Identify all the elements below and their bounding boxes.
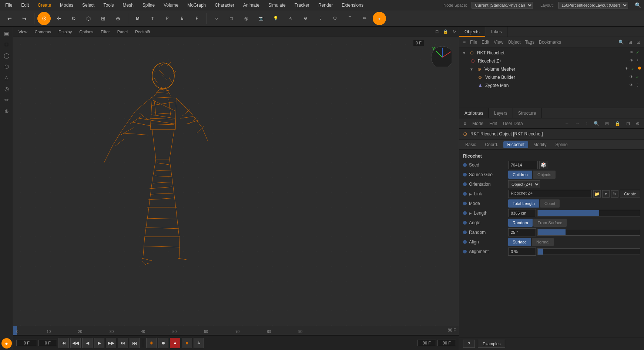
vp-display-btn[interactable]: Display [56, 29, 74, 35]
tab-attributes[interactable]: Attributes [459, 108, 489, 118]
vp-filter-btn[interactable]: Filter [98, 29, 112, 35]
attr-hamburger-btn[interactable]: ≡ [462, 120, 469, 127]
stop-button[interactable]: ■ [182, 338, 192, 348]
vp-view-btn[interactable]: View [16, 29, 30, 35]
go-to-end-button[interactable]: ⏭ [130, 338, 140, 348]
play-button[interactable]: ▶ [94, 338, 104, 348]
obj-volume-builder[interactable]: ⊗ Volume Builder 👁 ✓ [459, 73, 644, 81]
link-file-btn[interactable]: 📁 [593, 190, 601, 198]
link-expand-arrow[interactable]: ▶ [469, 192, 472, 196]
length-progress-bar[interactable] [537, 210, 640, 216]
poly-mode-button[interactable]: F [190, 12, 204, 25]
cloner-button[interactable]: ⋮ [313, 12, 327, 25]
random-input[interactable] [508, 228, 536, 236]
sidebar-pen-icon[interactable]: ✏ [1, 95, 12, 105]
menu-item-modes[interactable]: Modes [58, 2, 76, 9]
scale-button[interactable]: ⬡ [82, 12, 95, 25]
record-button[interactable]: ● [170, 338, 180, 348]
attr-lock-btn[interactable]: 🔒 [613, 120, 623, 127]
menu-item-tracker[interactable]: Tracker [292, 2, 312, 9]
live-selection-button[interactable]: ⊙ [37, 12, 51, 25]
attr-forward-btn[interactable]: → [573, 120, 582, 127]
source-geo-objects-btn[interactable]: Objects [533, 171, 556, 179]
orientation-select[interactable]: Object (Z+) [508, 180, 540, 188]
attr-back-btn[interactable]: ← [563, 120, 571, 127]
viewport-3d[interactable]: X Y x 0 F [13, 37, 459, 326]
vp-maximize-icon[interactable]: ⊡ [435, 29, 439, 34]
vis-eye-icon-4[interactable]: 👁 [630, 83, 635, 88]
vis-dots-icon-1[interactable]: ⋮ [636, 58, 641, 64]
step-back-button[interactable]: ◀◀ [70, 338, 81, 348]
layout-select[interactable]: 150PercentRecordLayout (User) [558, 2, 628, 9]
texture-mode-button[interactable]: T [146, 12, 159, 25]
obj-expand-btn[interactable]: ⊡ [635, 39, 642, 46]
attr-expand-btn[interactable]: ⊡ [624, 120, 632, 127]
go-to-start-button[interactable]: ⏮ [58, 338, 69, 348]
spline-button[interactable]: ⌒ [343, 12, 356, 25]
attr-filter-btn[interactable]: ⊞ [603, 120, 611, 127]
menu-item-select[interactable]: Select [80, 2, 97, 9]
bend-button[interactable]: ∿ [284, 12, 297, 25]
obj-edit-btn[interactable]: Edit [480, 39, 491, 46]
menu-item-spline[interactable]: Spline [140, 2, 157, 9]
attr-edit-btn[interactable]: Edit [487, 120, 499, 127]
vis-check-icon-0[interactable]: ✓ [636, 50, 641, 55]
random-progress-bar[interactable] [537, 229, 640, 236]
point-mode-button[interactable]: P [161, 12, 174, 25]
vp-lock-icon[interactable]: 🔒 [443, 29, 448, 34]
redo-button[interactable]: ↪ [18, 12, 31, 25]
tab-layers[interactable]: Layers [489, 108, 513, 118]
null-button[interactable]: ○ [210, 12, 223, 25]
sidebar-sphere-icon[interactable]: ◯ [1, 50, 12, 61]
sidebar-active-icon[interactable]: ● [1, 338, 12, 349]
menu-item-render[interactable]: Render [316, 2, 335, 9]
step-forward-button[interactable]: ⏭ [118, 338, 128, 348]
axis-mod-button[interactable]: ⊕ [111, 12, 125, 25]
length-input[interactable] [508, 209, 536, 217]
prev-frame-button[interactable]: ◀ [82, 338, 93, 348]
vp-refresh-icon[interactable]: ↻ [453, 29, 456, 34]
subtab-spline[interactable]: Spline [551, 141, 571, 148]
angle-from-surface-btn[interactable]: From Surface [533, 219, 567, 227]
menu-item-simulate[interactable]: Simulate [266, 2, 288, 9]
sphere-button[interactable]: ◎ [239, 12, 253, 25]
attr-search-btn[interactable]: 🔍 [591, 120, 601, 127]
cube-button[interactable]: □ [225, 12, 238, 25]
attr-new-btn[interactable]: ⊕ [634, 120, 642, 127]
obj-object-btn[interactable]: Object [506, 39, 522, 46]
autokey-button[interactable]: ⏺ [158, 338, 168, 348]
mode-total-length-btn[interactable]: Total Length [508, 199, 539, 208]
obj-file-btn[interactable]: File [469, 39, 479, 46]
paint-button[interactable]: ✏ [358, 12, 371, 25]
menu-item-mesh[interactable]: Mesh [120, 2, 135, 9]
obj-volume-mesher[interactable]: ▼ ⊕ Volume Mesher 👁 ✓ [459, 65, 644, 73]
vp-panel-btn[interactable]: Panel [115, 29, 130, 35]
expand-arrow-1[interactable]: ▼ [462, 51, 466, 55]
obj-zygote-man[interactable]: ♟ Zygote Man 👁 ⋮ [459, 81, 644, 90]
sidebar-cube-icon[interactable]: □ [1, 39, 12, 50]
obj-rkt-ricochet[interactable]: ▼ ⊙ RKT Ricochet 👁 ✓ [459, 49, 644, 57]
link-clear-btn[interactable]: ↻ [611, 190, 618, 198]
vis-eye-icon-2[interactable]: 👁 [625, 67, 630, 72]
sidebar-cylinder-icon[interactable]: ⬡ [1, 61, 12, 72]
search-icon[interactable]: 🔍 [635, 2, 641, 8]
model-mode-button[interactable]: M [131, 12, 144, 25]
vis-eye-icon-3[interactable]: 👁 [630, 75, 635, 80]
menu-item-animate[interactable]: Animate [241, 2, 262, 9]
sidebar-brush-icon[interactable]: ⊕ [1, 106, 12, 116]
examples-btn[interactable]: Examples [478, 340, 505, 348]
menu-item-mograph[interactable]: MoGraph [185, 2, 208, 9]
motion-button[interactable]: ≋ [194, 338, 204, 348]
vp-redshift-btn[interactable]: Redshift [133, 29, 152, 35]
tab-structure[interactable]: Structure [513, 108, 542, 118]
light-button[interactable]: 💡 [269, 12, 282, 25]
obj-ricochet-zplus[interactable]: ⬡ Ricochet Z+ 👁 ⋮ [459, 57, 644, 65]
menu-item-volume[interactable]: Volume [161, 2, 181, 9]
timeline-ruler[interactable]: 0 10 20 30 40 50 60 70 80 90 90 F [13, 326, 459, 335]
alignment-progress-bar[interactable] [537, 248, 640, 255]
obj-bookmarks-btn[interactable]: Bookmarks [537, 39, 563, 46]
align-surface-btn[interactable]: Surface [508, 238, 531, 246]
attr-userdata-btn[interactable]: User Data [501, 120, 525, 127]
source-geo-children-btn[interactable]: Children [508, 171, 532, 179]
keyframe-button[interactable]: ◆ [146, 338, 157, 348]
